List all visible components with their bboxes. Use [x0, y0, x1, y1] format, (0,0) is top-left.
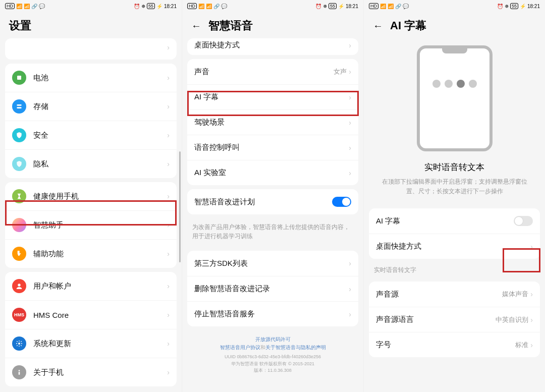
improve-desc: 为改善产品用户体验，智慧语音将上传您提供的语音内容，用于进行机器学习训练: [182, 218, 363, 247]
toggle-improve[interactable]: [332, 197, 351, 207]
chevron-right-icon: ›: [167, 311, 170, 319]
row-partial[interactable]: ›: [5, 38, 177, 60]
svg-rect-6: [19, 372, 20, 374]
page-header: 设置: [0, 12, 182, 38]
row-ai-subtitle[interactable]: AI 字幕›: [187, 84, 358, 109]
group-shortcut: 桌面快捷方式›: [187, 38, 358, 55]
chevron-right-icon: ›: [167, 340, 170, 348]
section-label-realtime: 实时语音转文字: [364, 263, 545, 277]
chevron-right-icon: ›: [167, 102, 170, 110]
row-sysupdate[interactable]: 系统和更新›: [5, 329, 177, 358]
row-voice-call[interactable]: 语音控制呼叫›: [187, 135, 358, 160]
chevron-right-icon: ›: [349, 93, 351, 101]
row-stop-service[interactable]: 停止智慧语音服务›: [187, 301, 358, 326]
page-title: AI 字幕: [390, 18, 426, 33]
chevron-right-icon: ›: [349, 144, 351, 152]
svg-rect-1: [17, 104, 21, 106]
group-system: 电池› 存储› 安全› 隐私›: [5, 64, 177, 178]
assist-icon: [12, 218, 26, 232]
row-font-size[interactable]: 字号标准›: [369, 332, 540, 357]
hourglass-icon: [12, 189, 26, 203]
lock-icon: [12, 157, 26, 171]
group-audio: 声音源媒体声音› 声音源语言中英自识别› 字号标准›: [369, 282, 540, 357]
link-privacy[interactable]: 关于智慧语音与隐私的声明: [265, 345, 326, 350]
screen-ai-subtitle: HD📶📶🔗💬 ⏰✵55⚡18:21 ← AI 字幕 实时语音转文本 在顶部下拉编…: [363, 0, 545, 392]
scrollbar[interactable]: [179, 151, 181, 262]
row-battery[interactable]: 电池›: [5, 64, 177, 92]
row-driving[interactable]: 驾驶场景›: [187, 109, 358, 135]
gear-icon: [12, 337, 26, 351]
page-title: 设置: [9, 18, 31, 33]
group-management: 第三方SDK列表› 删除智慧语音改进记录› 停止智慧语音服务›: [187, 251, 358, 326]
chevron-right-icon: ›: [349, 68, 351, 76]
row-improve-plan[interactable]: 智慧语音改进计划: [187, 189, 358, 214]
row-sdk[interactable]: 第三方SDK列表›: [187, 251, 358, 276]
row-ai-lab[interactable]: AI 实验室›: [187, 160, 358, 185]
chevron-right-icon: ›: [167, 221, 170, 229]
chevron-right-icon: ›: [530, 341, 533, 349]
status-bar: HD📶📶🔗💬 ⏰✵55⚡18:21: [182, 0, 363, 12]
row-storage[interactable]: 存储›: [5, 92, 177, 121]
row-ai-subtitle-toggle[interactable]: AI 字幕: [369, 208, 540, 234]
screen-settings: HD📶📶🔗💬 ⏰✵55⚡18:21 设置 › 电池› 存储› 安全› 隐私› 健…: [0, 0, 182, 392]
back-icon[interactable]: ←: [191, 20, 201, 32]
promo-title: 实时语音转文本: [364, 161, 545, 173]
row-smartassist[interactable]: 智慧助手›: [5, 210, 177, 239]
chevron-right-icon: ›: [349, 259, 351, 267]
chevron-right-icon: ›: [530, 316, 533, 324]
battery-icon: [12, 71, 26, 85]
chevron-right-icon: ›: [167, 74, 170, 82]
group-account: 用户和帐户› HMSHMS Core› 系统和更新› 关于手机›: [5, 272, 177, 386]
row-security[interactable]: 安全›: [5, 121, 177, 149]
chevron-right-icon: ›: [167, 250, 170, 258]
chevron-right-icon: ›: [167, 368, 170, 376]
status-bar: HD📶📶🔗💬 ⏰✵55⚡18:21: [364, 0, 545, 12]
chevron-right-icon: ›: [167, 160, 170, 168]
group-improve: 智慧语音改进计划: [187, 189, 358, 214]
hms-icon: HMS: [12, 308, 26, 322]
svg-point-5: [19, 370, 20, 371]
status-bar: HD📶📶🔗💬 ⏰✵55⚡18:21: [0, 0, 182, 12]
chevron-right-icon: ›: [349, 41, 351, 49]
row-health[interactable]: 健康使用手机›: [5, 182, 177, 210]
row-voice[interactable]: 声音女声›: [187, 59, 358, 84]
back-icon[interactable]: ←: [373, 20, 383, 32]
screen-smartvoice: HD📶📶🔗💬 ⏰✵55⚡18:21 ← 智慧语音 桌面快捷方式› 声音女声› A…: [182, 0, 363, 392]
row-delete-records[interactable]: 删除智慧语音改进记录›: [187, 276, 358, 301]
row-desktop-shortcut[interactable]: 桌面快捷方式›: [187, 38, 358, 55]
info-icon: [12, 365, 26, 379]
row-audio-source[interactable]: 声音源媒体声音›: [369, 282, 540, 307]
chevron-right-icon: ›: [167, 192, 170, 200]
group-1: ›: [5, 38, 177, 60]
svg-rect-2: [17, 107, 21, 108]
chevron-right-icon: ›: [530, 290, 533, 298]
promo-desc: 在顶部下拉编辑界面中开启悬浮窗；支持调整悬浮窗位置、尺寸；长按文本进行下一步操作: [364, 173, 545, 204]
row-users[interactable]: 用户和帐户›: [5, 272, 177, 300]
row-about[interactable]: 关于手机›: [5, 358, 177, 386]
phone-illustration: [417, 45, 493, 151]
page-title: 智慧语音: [208, 18, 253, 33]
toggle-ai-subtitle[interactable]: [514, 216, 533, 226]
hand-icon: [12, 247, 26, 261]
row-accessibility[interactable]: 辅助功能›: [5, 239, 177, 268]
row-desktop-shortcut[interactable]: 桌面快捷方式›: [369, 234, 540, 259]
chevron-right-icon: ›: [349, 169, 351, 177]
group-voice-settings: 声音女声› AI 字幕› 驾驶场景› 语音控制呼叫› AI 实验室›: [187, 59, 358, 185]
user-icon: [12, 279, 26, 293]
storage-icon: [12, 99, 26, 114]
chevron-right-icon: ›: [167, 131, 170, 139]
page-header: ← 智慧语音: [182, 12, 363, 38]
link-agreement[interactable]: 智慧语音用户协议: [220, 345, 260, 350]
chevron-right-icon: ›: [349, 285, 351, 293]
row-audio-lang[interactable]: 声音源语言中英自识别›: [369, 307, 540, 332]
page-header: ← AI 字幕: [364, 12, 545, 38]
svg-point-4: [18, 343, 20, 345]
svg-rect-0: [17, 76, 21, 80]
link-opensource[interactable]: 开放源代码许可: [192, 335, 353, 344]
chevron-right-icon: ›: [167, 282, 170, 290]
footer-info: UUID 0b8676c3-6d32-45e3-bfdb-f40260d3e25…: [182, 354, 363, 379]
row-privacy[interactable]: 隐私›: [5, 149, 177, 178]
row-hms[interactable]: HMSHMS Core›: [5, 300, 177, 329]
chevron-right-icon: ›: [349, 310, 351, 318]
chevron-right-icon: ›: [530, 243, 533, 251]
